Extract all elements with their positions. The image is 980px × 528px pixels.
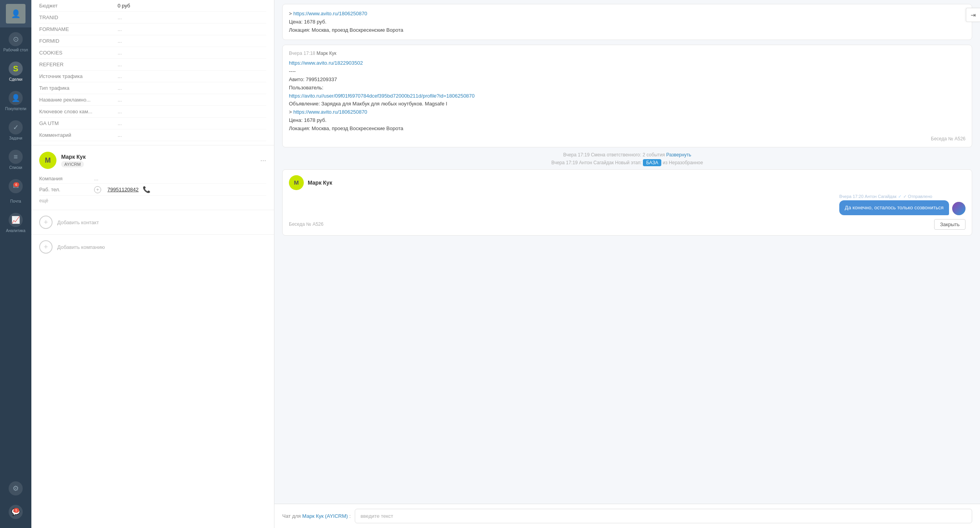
- input-prefix: Чат для: [282, 513, 301, 519]
- field-value: ...: [118, 132, 122, 138]
- sidebar-item-mail[interactable]: ✉ 6 Почта: [0, 174, 31, 208]
- avito-link-2[interactable]: https://www.avito.ru/1822903502: [289, 60, 363, 66]
- conversation-num-1: Беседа № A526: [289, 136, 965, 142]
- location-1: Локация: Москва, проезд Воскресенские Во…: [289, 26, 965, 34]
- sidebar-item-analytics[interactable]: 📈 Аналитика: [0, 208, 31, 238]
- add-contact-row[interactable]: + Добавить контакт: [31, 210, 274, 234]
- add-company-row[interactable]: + Добавить компанию: [31, 234, 274, 259]
- dashboard-icon: ⊙: [9, 32, 23, 46]
- add-contact-label: Добавить контакт: [57, 220, 99, 225]
- add-company-label: Добавить компанию: [57, 244, 105, 250]
- lists-icon: ≡: [9, 150, 23, 164]
- chat-badge: 5: [13, 508, 19, 513]
- field-row: Тип трафика...: [39, 82, 266, 94]
- contact-header: М Марк Кук AYICRM ···: [39, 152, 266, 169]
- contact-name-block: Марк Кук AYICRM: [61, 154, 256, 167]
- sidebar-label-tasks: Задачи: [9, 136, 22, 140]
- sidebar-label-analytics: Аналитика: [6, 229, 25, 233]
- phone-value-block: + 79951120842 📞: [94, 186, 151, 193]
- message-sender-2: Марк Кук: [317, 51, 336, 56]
- add-phone-button[interactable]: +: [94, 186, 101, 193]
- field-label: Бюджет: [39, 3, 118, 9]
- right-edge-icon: ⇥: [971, 11, 976, 19]
- field-value: 0 руб: [118, 3, 130, 9]
- chat-input-area: Чат для Марк Кук (AYICRM) :: [274, 504, 980, 528]
- field-value: ...: [118, 15, 122, 20]
- user-avatar[interactable]: 👤: [0, 0, 31, 27]
- field-row: Ключевое слово кам......: [39, 106, 266, 118]
- sent-status: ✓ Отправлено: [903, 194, 932, 199]
- field-row: TRANID...: [39, 12, 266, 24]
- right-edge-button[interactable]: ⇥: [966, 8, 980, 22]
- sidebar-item-settings[interactable]: ⚙: [0, 477, 31, 500]
- message-block-2: Вчера 17:18 Марк Кук https://www.avito.r…: [282, 45, 972, 147]
- phone-call-icon[interactable]: 📞: [143, 186, 151, 193]
- sidebar-label-buyers: Покупатели: [5, 107, 26, 111]
- analytics-icon: 📈: [9, 213, 23, 227]
- bubble-header: М Марк Кук: [289, 175, 965, 190]
- bubble-right: Вчера 17:20 Антон Сагайдак ✓ ✓ Отправлен…: [289, 194, 965, 215]
- field-label: Комментарий: [39, 132, 118, 138]
- user-profile-link[interactable]: https://avito.ru//user/09f01f6970784dcef…: [289, 93, 475, 99]
- check-icon: ✓: [898, 194, 902, 199]
- price-2: Цена: 1678 руб.: [289, 116, 965, 125]
- field-row: FORMID...: [39, 35, 266, 47]
- message-block-1: > https://www.avito.ru/1806250870 Цена: …: [282, 4, 972, 40]
- field-label: GA UTM: [39, 120, 118, 126]
- input-colon: :: [349, 513, 351, 519]
- message-text-2: https://www.avito.ru/1822903502 ---- Ави…: [289, 59, 965, 132]
- close-button[interactable]: Закрыть: [934, 219, 965, 230]
- system-event: Вчера 17:19 Смена ответственного: 2 собы…: [282, 152, 972, 166]
- bubble-avatar: М: [289, 175, 304, 190]
- field-value: ...: [118, 62, 122, 67]
- field-value: ...: [118, 109, 122, 114]
- contact-more-button[interactable]: ···: [260, 156, 266, 165]
- message-meta-2: Вчера 17:18 Марк Кук: [289, 51, 965, 56]
- chat-content: > https://www.avito.ru/1806250870 Цена: …: [274, 0, 980, 504]
- from-label: из Неразобранное: [663, 160, 703, 165]
- field-value: ...: [118, 50, 122, 56]
- contact-field-phone: Раб. тел. + 79951120842 📞: [39, 184, 266, 196]
- sidebar-label-mail: Почта: [10, 199, 21, 203]
- field-row: GA UTM...: [39, 118, 266, 129]
- chat-input-field[interactable]: [355, 509, 972, 523]
- sidebar: 👤 ⊙ Рабочий стол S Сделки 👤 Покупатели ✓…: [0, 0, 31, 528]
- bubble-time: Вчера 17:20 Антон Сагайдак: [839, 194, 897, 199]
- field-row: FORMNAME...: [39, 24, 266, 35]
- sidebar-item-tasks[interactable]: ✓ Задачи: [0, 116, 31, 145]
- field-label: FORMID: [39, 38, 118, 44]
- fields-section: Бюджет0 рубTRANID...FORMNAME...FORMID...…: [31, 0, 274, 145]
- sidebar-item-deals[interactable]: S Сделки: [0, 57, 31, 86]
- more-fields-link[interactable]: ещё: [39, 198, 266, 203]
- chat-footer: Беседа № A526 Закрыть: [289, 219, 965, 230]
- settings-icon: ⚙: [9, 481, 23, 495]
- field-label: COOKIES: [39, 50, 118, 56]
- add-contact-icon: +: [39, 216, 53, 229]
- sender-avatar: [952, 202, 965, 215]
- field-label: Название рекламно...: [39, 97, 118, 103]
- left-panel: Бюджет0 рубTRANID...FORMNAME...FORMID...…: [31, 0, 274, 528]
- sidebar-item-lists[interactable]: ≡ Списки: [0, 145, 31, 174]
- event-meta-2: Вчера 17:19 Антон Сагайдак: [552, 160, 614, 165]
- contact-field-company: Компания ...: [39, 174, 266, 184]
- field-row: Название рекламно......: [39, 94, 266, 106]
- avito-link-1[interactable]: https://www.avito.ru/1806250870: [293, 11, 367, 16]
- sidebar-item-chat[interactable]: 💬 5: [0, 500, 31, 528]
- right-panel: > https://www.avito.ru/1806250870 Цена: …: [274, 0, 980, 528]
- expand-link[interactable]: Развернуть: [666, 152, 691, 158]
- phone-label: Раб. тел.: [39, 187, 94, 192]
- phone-number: 79951120842: [107, 187, 139, 192]
- bubble-messages: Вчера 17:20 Антон Сагайдак ✓ ✓ Отправлен…: [289, 194, 965, 215]
- chat-bubble-block: М Марк Кук Вчера 17:20 Антон Сагайдак ✓ …: [282, 169, 972, 236]
- avatar-image: 👤: [6, 4, 25, 24]
- message-text-1: > https://www.avito.ru/1806250870 Цена: …: [289, 10, 965, 34]
- avito-link-3[interactable]: https://www.avito.ru/1806250870: [293, 109, 367, 115]
- contact-card: М Марк Кук AYICRM ··· Компания ... Раб. …: [31, 145, 274, 210]
- buyers-icon: 👤: [9, 91, 23, 105]
- sidebar-item-dashboard[interactable]: ⊙ Рабочий стол: [0, 27, 31, 57]
- contact-avatar: М: [39, 152, 56, 169]
- field-label: Ключевое слово кам...: [39, 109, 118, 114]
- sidebar-item-buyers[interactable]: 👤 Покупатели: [0, 86, 31, 116]
- bubble-conversation-num: Беседа № A526: [289, 221, 323, 227]
- input-contact-link[interactable]: Марк Кук (AYICRM): [302, 513, 348, 519]
